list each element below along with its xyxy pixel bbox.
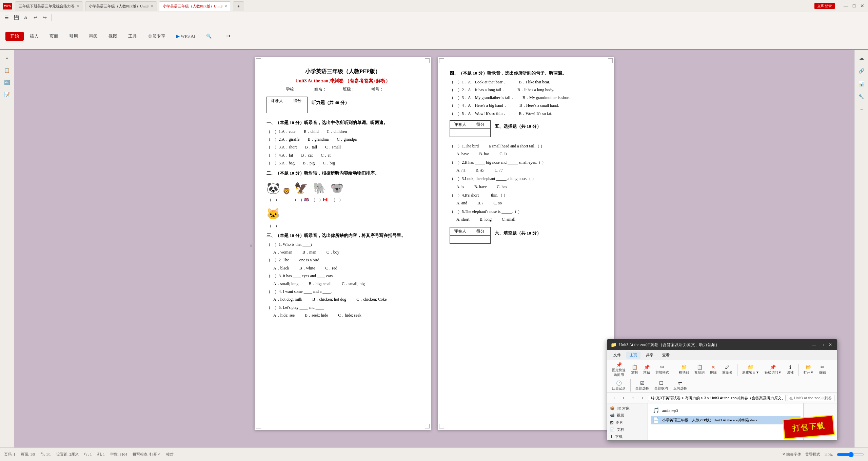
q1-2: （ ）2.A．giraffe B．grandma C．grandpa [267, 136, 419, 143]
sidebar-icon-2[interactable]: 📋 [2, 65, 12, 75]
print-icon[interactable]: 🖨 [22, 14, 30, 22]
section5-header: 五、选择题（共 10 分） [495, 123, 541, 130]
save-icon[interactable]: 💾 [12, 14, 20, 22]
s3-q1: （ ）1. Who is that ____? [267, 241, 419, 248]
close-button[interactable]: ✕ [859, 3, 865, 9]
file-item-audio[interactable]: 🎵 audio.mp3 [651, 406, 801, 415]
fe-tab-view[interactable]: 查看 [659, 352, 673, 359]
fe-ribbon: 文件 主页 共享 查看 [607, 350, 837, 360]
tab-doc2[interactable]: 小学英语三年级（人教PEP版）Unit3 ✕ [159, 1, 231, 11]
fe-btn-delete[interactable]: ✕ 删除 [708, 364, 719, 376]
right-icon-4[interactable]: 🔧 [856, 92, 867, 102]
status-right: ✕ 缺失字体 黄昏模式 110% [782, 452, 864, 457]
delete-icon: ✕ [711, 364, 715, 370]
nav-back-btn[interactable]: ‹ [610, 394, 618, 402]
fe-sep4 [630, 379, 631, 392]
fe-btn-deselectall[interactable]: ☐ 全部取消 [652, 380, 670, 392]
q1-3: （ ）3.A．short B．tall C．small [267, 144, 419, 151]
redo-icon[interactable]: ↪ [41, 14, 49, 22]
tab-new[interactable]: ＋ [233, 1, 244, 11]
fe-sidebar-docs[interactable]: 📄 文档 [607, 426, 648, 433]
tab-doc0[interactable]: 三年级下册英语三单元综合能力卷 ✕ [15, 1, 83, 11]
ribbon-tab-view[interactable]: 视图 [104, 32, 122, 41]
nav-up-btn[interactable]: ↑ [629, 394, 637, 402]
minimize-button[interactable]: — [843, 3, 849, 9]
fe-btn-open[interactable]: 📂 打开▼ [802, 364, 816, 376]
layout-info: 校对 [166, 452, 174, 457]
ribbon-tab-tools[interactable]: 工具 [123, 32, 142, 41]
animal-elephant: 🐘 （ ）🇨🇦 [312, 180, 328, 203]
tab-close-0[interactable]: ✕ [77, 4, 79, 8]
s3-q5-opts: A．hide; seeB．seek; hideC．hide; seek [267, 312, 419, 319]
fe-btn-history[interactable]: 🕐 历史记录 [610, 380, 628, 392]
fe-btn-invertsel[interactable]: ⇄ 反向选择 [671, 380, 689, 392]
ribbon-tab-ai[interactable]: ▶ WPS AI [172, 32, 200, 40]
fe-btn-copy[interactable]: 📋 复制 [629, 364, 640, 376]
tab-close-2[interactable]: ✕ [224, 4, 227, 8]
search-input[interactable] [787, 395, 834, 401]
sidebar-icon-4[interactable]: 📝 [2, 89, 12, 100]
zoom-slider[interactable] [837, 452, 864, 457]
right-icon-3[interactable]: 📊 [856, 79, 867, 89]
fe-sidebar-downloads[interactable]: ⬇ 下载 [607, 433, 648, 440]
fe-sidebar-photos[interactable]: 🖼 图片 [607, 419, 648, 426]
tab-close-1[interactable]: ✕ [151, 4, 153, 8]
file-item-docx[interactable]: 📄 小学英语三年级（人教PEP版）Unit3 At the zoo冲刺卷.doc… [651, 416, 801, 424]
sidebar-icon-3[interactable]: 🔤 [2, 77, 12, 87]
fe-tab-file[interactable]: 文件 [610, 352, 624, 359]
register-button[interactable]: 立即登录 [814, 3, 835, 9]
undo-icon[interactable]: ↩ [31, 14, 39, 22]
ribbon: 开始 插入 页面 引用 审阅 视图 工具 会员专享 ▶ WPS AI 🔍 ⇢ [0, 23, 868, 50]
fe-tab-home[interactable]: 主页 [626, 352, 640, 359]
fe-btn-cut[interactable]: ✂ 剪切格式 [653, 364, 671, 376]
nav-forward-btn[interactable]: › [619, 394, 628, 402]
maximize-button[interactable]: □ [851, 3, 857, 9]
ribbon-tab-ref[interactable]: 引用 [64, 32, 83, 41]
address-input[interactable] [648, 395, 786, 401]
s4-q3: （ ）3．A．My grandfather is tall． B．My gran… [450, 95, 602, 101]
s4-q4: （ ）4．A．Here's a big hand． B．Here's a sma… [450, 102, 602, 109]
fe-sep1 [674, 364, 674, 376]
char-count: 字数: 3164 [110, 452, 127, 457]
fe-btn-rename[interactable]: 🖊 重命名 [720, 364, 734, 376]
s4-title: 四、（本题 10 分）听录音，选出你所听到的句子。听两遍。 [450, 70, 602, 77]
fe-sidebar-music[interactable]: 🎵 音乐 [607, 440, 648, 441]
right-icon-1[interactable]: ☁ [856, 53, 867, 63]
ribbon-tab-review[interactable]: 审阅 [84, 32, 102, 41]
fe-btn-pin[interactable]: 📌 固定快速 访问用 [610, 361, 628, 378]
fe-btn-props[interactable]: ℹ 属性 [785, 364, 796, 376]
history-icon: 🕐 [616, 380, 622, 386]
nav-back2-btn[interactable]: ‹ [638, 394, 647, 402]
fe-tab-share[interactable]: 共享 [643, 352, 657, 359]
pin-icon: 📌 [616, 362, 622, 368]
menu-icon[interactable]: ☰ [3, 14, 11, 22]
s5-q2: （ ）2.It has _____ big nose and _____ sma… [450, 159, 602, 166]
ribbon-tab-page[interactable]: 页面 [45, 32, 63, 41]
font-missing: ✕ 缺失字体 [782, 452, 801, 457]
fe-close-btn[interactable]: ✕ [827, 341, 834, 348]
s5-q2-opts: A. /;aB. a;/C. /;/ [450, 167, 602, 174]
fe-btn-newitem[interactable]: 📁 新建项目▼ [740, 364, 761, 376]
right-icon-2[interactable]: 🔗 [856, 66, 867, 76]
fe-sidebar-3d[interactable]: 📦 3D 对象 [607, 405, 648, 412]
ribbon-tab-start[interactable]: 开始 [5, 32, 24, 41]
fe-minimize-btn[interactable]: — [811, 341, 817, 348]
fe-btn-move[interactable]: 📁 移动到 [677, 364, 691, 376]
corner-tl [256, 58, 261, 63]
fe-btn-selectall[interactable]: ☑ 全部选择 [633, 380, 651, 392]
fe-btn-copyto[interactable]: 📋 复制到 [692, 364, 707, 376]
s3-q5: （ ）5. Let's play ____ and ____ [267, 304, 419, 311]
ribbon-btn-right[interactable]: ⇢ [222, 31, 234, 42]
fe-btn-easyaccess[interactable]: 📌 轻松访问▼ [763, 364, 784, 376]
fe-btn-edit[interactable]: ✏ 编辑 [817, 364, 828, 376]
drag-handle[interactable]: ⠿ [250, 243, 252, 249]
ribbon-tab-insert[interactable]: 插入 [25, 32, 43, 41]
fe-sidebar-video[interactable]: 📹 视频 [607, 412, 648, 419]
tab-doc1[interactable]: 小学英语三年级（人教PEP版）Unit3 ✕ [85, 1, 157, 11]
right-icon-more[interactable]: ··· [856, 104, 867, 115]
sidebar-icon-1[interactable]: ≡ [2, 53, 12, 63]
fe-btn-paste[interactable]: 📌 粘贴 [641, 364, 652, 376]
fe-maximize-btn[interactable]: □ [819, 341, 826, 348]
ribbon-tab-member[interactable]: 会员专享 [143, 32, 170, 41]
ribbon-search[interactable]: 🔍 [201, 32, 216, 40]
